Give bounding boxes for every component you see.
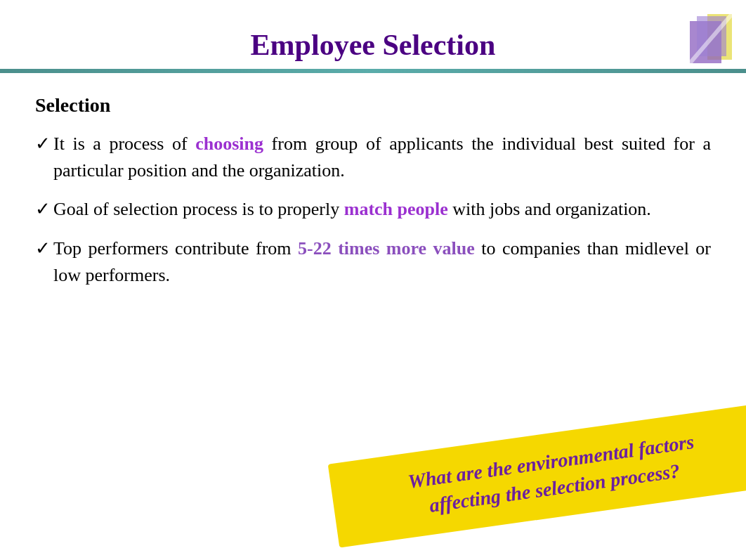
banner-text: What are the environmental factors affec…: [365, 423, 740, 528]
highlight-match-people: match people: [344, 199, 448, 219]
section-heading: Selection: [35, 94, 711, 117]
highlight-times-value: 5-22 times more value: [298, 238, 475, 259]
logo-area: [683, 7, 739, 63]
highlight-choosing: choosing: [195, 134, 263, 154]
bullet-text-3: Top performers contribute from 5-22 time…: [53, 235, 711, 288]
bullet-item-2: ✓ Goal of selection process is to proper…: [35, 196, 711, 223]
slide-container: Employee Selection Selection ✓ It is a p…: [0, 0, 746, 560]
title-section: Employee Selection: [0, 0, 746, 69]
banner-wrapper: What are the environmental factors affec…: [328, 404, 746, 548]
bullet-item-1: ✓ It is a process of choosing from group…: [35, 131, 711, 183]
content-area: Selection ✓ It is a process of choosing …: [0, 87, 746, 288]
logo-icon: [676, 11, 735, 70]
checkmark-3: ✓: [35, 235, 51, 262]
bullet-text-2: Goal of selection process is to properly…: [53, 196, 711, 223]
divider-line: [0, 69, 746, 73]
slide-title: Employee Selection: [0, 28, 746, 62]
bullet-text-1: It is a process of choosing from group o…: [53, 131, 711, 183]
banner-background: What are the environmental factors affec…: [328, 404, 746, 548]
bullet-item-3: ✓ Top performers contribute from 5-22 ti…: [35, 235, 711, 288]
checkmark-1: ✓: [35, 131, 51, 157]
banner-area: What are the environmental factors affec…: [332, 434, 746, 518]
checkmark-2: ✓: [35, 196, 51, 223]
